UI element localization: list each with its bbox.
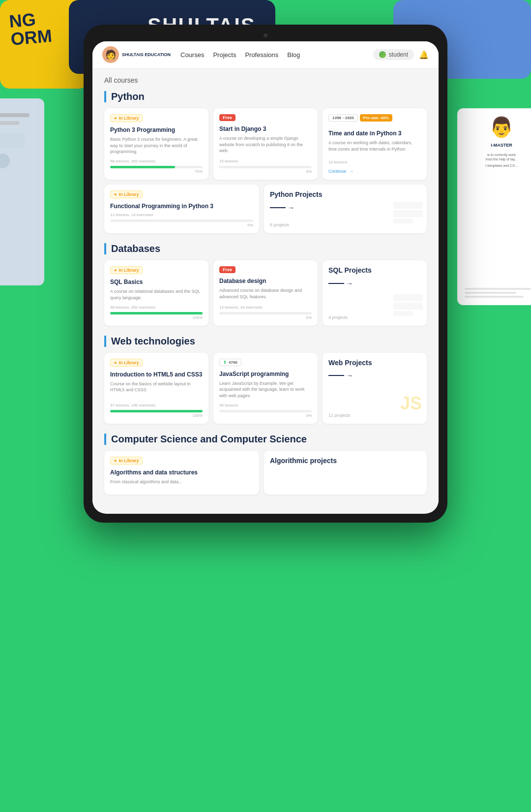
progress-label-javascript: 0% [219, 413, 312, 418]
project-count-sql: 4 projects [328, 315, 348, 320]
course-card-python3[interactable]: ● In Library Python 3 Programming Basic … [104, 108, 208, 180]
python-first-row: ● In Library Python 3 Programming Basic … [104, 108, 427, 180]
library-badge-html5: ● In Library [110, 359, 143, 367]
deco-line-2 [393, 210, 423, 217]
course-title-functional: Functional Programming in Python 3 [110, 202, 253, 210]
course-desc-timedate: A course on working with dates, calendar… [328, 140, 421, 156]
continue-button-timedate[interactable]: Continue → [328, 169, 421, 174]
bg-decoration-right: 👨 I-MASTER w to correctly workhout the h… [457, 108, 531, 305]
logo[interactable]: 🧑 SHULTAIS EDUCATION [102, 46, 171, 63]
course-card-html5[interactable]: ● In Library Introduction to HTML5 and C… [104, 353, 208, 424]
course-desc-python3: Basic Python 3 course for beginners. A g… [110, 136, 203, 155]
deco-circles-sql [393, 294, 423, 316]
progress-bar-javascript [219, 410, 312, 412]
progress-label-django3: 0% [219, 169, 312, 174]
project-card-algo[interactable]: Algorithmic projects [264, 451, 427, 495]
course-card-javascript[interactable]: ⬆ 4700 JavaScript programming Learn Java… [213, 353, 318, 424]
course-desc-sql-basics: A course on relational databases and the… [110, 288, 203, 301]
student-badge[interactable]: student [373, 49, 414, 60]
course-meta-python3: 98 lessons, 262 exercises [110, 159, 203, 163]
course-meta-sql-basics: 98 lessons, 262 exercises [110, 305, 203, 310]
library-badge-sql: ● In Library [110, 266, 143, 274]
nav-projects[interactable]: Projects [213, 51, 236, 59]
progress-label-db-design: 0% [219, 315, 312, 320]
arrow-head-icon: → [288, 204, 295, 212]
web-row: ● In Library Introduction to HTML5 and C… [104, 353, 427, 424]
tablet-screen: 🧑 SHULTAIS EDUCATION Courses Projects Pr… [92, 41, 439, 514]
progress-label-python3: 70% [110, 169, 203, 174]
course-title-html5: Introduction to HTML5 and CSS3 [110, 371, 203, 378]
course-desc-javascript: Learn JavaScript by Example. We get acqu… [219, 380, 312, 399]
course-card-functional[interactable]: ● In Library Functional Programming in P… [104, 185, 259, 233]
nav-links: Courses Projects Professions Blog [180, 51, 363, 59]
project-card-sql[interactable]: SQL Projects → 4 projects [323, 260, 427, 325]
course-desc-django3: A course on developing a simple Django w… [219, 135, 312, 155]
course-meta-html5: 97 lessons, 196 exercises [110, 403, 203, 407]
logo-avatar: 🧑 [102, 46, 119, 63]
arrow-line-web-icon [328, 375, 344, 376]
progress-bar-sql-basics [110, 312, 203, 314]
page-title: All courses [104, 76, 427, 84]
section-cs-title: Computer Science and Computer Science [104, 434, 427, 445]
progress-fill-sql-basics [110, 312, 203, 314]
library-badge-algo: ● In Library [110, 457, 143, 465]
project-arrow-web[interactable]: → [328, 372, 353, 379]
views-badge-js: ⬆ 4700 [219, 359, 241, 366]
nav-courses[interactable]: Courses [180, 51, 204, 59]
project-title-algo: Algorithmic projects [270, 457, 337, 465]
progress-bar-functional [110, 219, 253, 222]
nav-professions[interactable]: Professions [245, 51, 278, 59]
course-card-db-design[interactable]: Free Database design Advanced course on … [213, 260, 318, 325]
progress-label-functional: 0% [110, 223, 253, 227]
price-badge: 1358→1920 [328, 114, 358, 122]
project-title-python: Python Projects [270, 190, 323, 199]
project-arrow-python[interactable]: → [270, 204, 295, 212]
progress-bar-html5 [110, 410, 203, 412]
section-cs: Computer Science and Computer Science ● … [104, 434, 427, 495]
course-meta-django3: 15 lessons [219, 159, 312, 163]
section-python-title: Python [104, 91, 427, 102]
library-badge-functional: ● In Library [110, 190, 143, 198]
databases-row: ● In Library SQL Basics A course on rela… [104, 260, 427, 325]
section-web: Web technologies ● In Library Introducti… [104, 336, 427, 424]
course-card-algorithms[interactable]: ● In Library Algorithms and data structu… [104, 451, 259, 495]
student-name: student [389, 51, 408, 58]
course-desc-db-design: Advanced course on database design and a… [219, 287, 312, 301]
course-title-timedate: Time and date in Python 3 [328, 129, 421, 137]
notification-bell-icon[interactable]: 🔔 [419, 50, 429, 60]
course-desc-algorithms: From classical algorithms and data... [110, 479, 253, 485]
course-meta-db-design: 13 lessons, 34 exercises [219, 305, 312, 310]
project-card-python[interactable]: Python Projects → 6 projects [264, 185, 427, 233]
course-meta-timedate: 10 lessons [328, 160, 421, 164]
section-databases-title: Databases [104, 243, 427, 254]
logo-text: SHULTAIS EDUCATION [122, 52, 171, 58]
course-title-db-design: Database design [219, 277, 312, 285]
free-badge: Free [219, 114, 236, 121]
js-decoration: JS [400, 393, 422, 414]
progress-label-sql-basics: 100% [110, 315, 203, 320]
progress-label-html5: 100% [110, 413, 203, 418]
navigation: 🧑 SHULTAIS EDUCATION Courses Projects Pr… [92, 41, 439, 68]
nav-right: student 🔔 [373, 49, 429, 60]
project-count-python: 6 projects [270, 222, 289, 227]
course-desc-html5: Course on the basics of website layout i… [110, 381, 203, 399]
deco-sql-3 [393, 311, 413, 316]
progress-bar-python3 [110, 166, 203, 168]
nav-blog[interactable]: Blog [287, 51, 300, 59]
deco-sql-1 [393, 294, 423, 301]
project-arrow-sql[interactable]: → [328, 280, 353, 287]
free-badge-db: Free [219, 266, 236, 273]
course-card-timedate[interactable]: 1358→1920 Pre-sale -40% Time and date in… [323, 108, 427, 180]
progress-bar-db-design [219, 312, 312, 314]
deco-line-1 [393, 202, 423, 209]
python-second-row: ● In Library Functional Programming in P… [104, 185, 427, 233]
project-title-web: Web Projects [328, 359, 372, 367]
course-title-sql-basics: SQL Basics [110, 278, 203, 286]
course-card-django3[interactable]: Free Start in Django 3 A course on devel… [213, 108, 318, 180]
course-title-algorithms: Algorithms and data structures [110, 468, 253, 476]
course-title-javascript: JavaScript programming [219, 370, 312, 378]
project-card-web[interactable]: Web Projects → JS 11 projects [323, 353, 427, 424]
project-count-web: 11 projects [328, 413, 350, 418]
course-card-sql-basics[interactable]: ● In Library SQL Basics A course on rela… [104, 260, 208, 325]
progress-bar-django3 [219, 166, 312, 168]
